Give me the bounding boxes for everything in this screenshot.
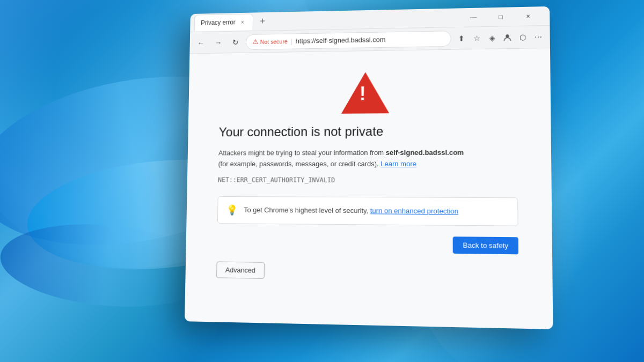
tab-close-button[interactable]: × bbox=[238, 18, 246, 26]
warning-icon: ⚠ bbox=[252, 38, 259, 46]
advanced-section: Advanced bbox=[216, 261, 265, 278]
extensions-icon[interactable]: ⬡ bbox=[516, 30, 530, 44]
toolbar-icons: ⬆ ☆ ◈ ⬡ ⋯ bbox=[455, 29, 546, 45]
svg-point-0 bbox=[506, 34, 509, 38]
active-tab[interactable]: Privacy error × bbox=[194, 13, 253, 31]
maximize-button[interactable]: □ bbox=[488, 8, 513, 26]
back-button[interactable]: ← bbox=[194, 35, 208, 50]
edge-collections-icon[interactable]: ◈ bbox=[485, 31, 499, 45]
enhanced-protection-link[interactable]: turn on enhanced protection bbox=[370, 206, 458, 215]
error-page: Your connection is not private Attackers… bbox=[185, 48, 553, 329]
security-tip-text: To get Chrome's highest level of securit… bbox=[244, 206, 458, 216]
not-secure-label: Not secure bbox=[260, 38, 288, 45]
error-description: Attackers might be trying to steal your … bbox=[218, 147, 474, 170]
site-name: self-signed.badssl.com bbox=[386, 149, 464, 157]
forward-button[interactable]: → bbox=[211, 35, 225, 49]
reload-button[interactable]: ↻ bbox=[228, 35, 243, 49]
not-secure-badge: ⚠ Not secure bbox=[252, 37, 288, 46]
close-button[interactable]: × bbox=[515, 8, 541, 25]
url-display: https://self-signed.badssl.com bbox=[296, 35, 386, 45]
tab-label: Privacy error bbox=[201, 19, 236, 27]
browser-window: Privacy error × + — □ × bbox=[185, 6, 553, 329]
learn-more-link[interactable]: Learn more bbox=[380, 160, 416, 168]
error-icon-area bbox=[219, 70, 517, 115]
advanced-button[interactable]: Advanced bbox=[216, 261, 265, 278]
browser-icon[interactable] bbox=[500, 31, 515, 45]
error-title: Your connection is not private bbox=[218, 123, 517, 139]
action-buttons-row: Back to safety bbox=[217, 234, 518, 254]
security-tip-box: 💡 To get Chrome's highest level of secur… bbox=[217, 196, 518, 226]
minimize-button[interactable]: — bbox=[461, 9, 486, 26]
lightbulb-icon: 💡 bbox=[226, 204, 238, 216]
address-bar[interactable]: ⚠ Not secure | https://self-signed.badss… bbox=[246, 31, 451, 50]
favorites-icon[interactable]: ☆ bbox=[470, 31, 484, 45]
share-icon[interactable]: ⬆ bbox=[455, 31, 469, 45]
error-code: NET::ERR_CERT_AUTHORITY_INVALID bbox=[218, 176, 335, 183]
new-tab-button[interactable]: + bbox=[255, 14, 270, 28]
warning-triangle-icon bbox=[341, 72, 389, 114]
window-controls: — □ × bbox=[461, 8, 541, 26]
menu-button[interactable]: ⋯ bbox=[531, 29, 545, 43]
back-to-safety-button[interactable]: Back to safety bbox=[453, 237, 518, 254]
